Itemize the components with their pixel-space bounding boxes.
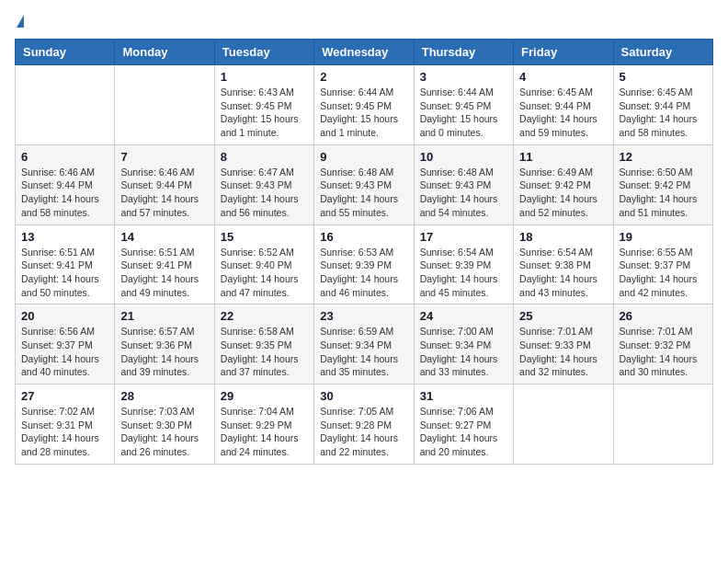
day-info: Sunrise: 6:51 AMSunset: 9:41 PMDaylight:…	[120, 246, 208, 300]
calendar-table: SundayMondayTuesdayWednesdayThursdayFrid…	[15, 39, 713, 465]
day-info: Sunrise: 7:02 AMSunset: 9:31 PMDaylight:…	[21, 405, 108, 459]
column-header-wednesday: Wednesday	[314, 40, 414, 65]
day-info: Sunrise: 6:51 AMSunset: 9:41 PMDaylight:…	[21, 246, 108, 300]
day-number: 4	[519, 70, 607, 84]
day-number: 22	[221, 309, 308, 323]
day-info: Sunrise: 7:06 AMSunset: 9:27 PMDaylight:…	[420, 405, 507, 459]
day-info: Sunrise: 7:00 AMSunset: 9:34 PMDaylight:…	[420, 325, 507, 379]
calendar-cell: 5Sunrise: 6:45 AMSunset: 9:44 PMDaylight…	[613, 65, 712, 145]
day-info: Sunrise: 7:03 AMSunset: 9:30 PMDaylight:…	[120, 405, 208, 459]
day-number: 2	[320, 70, 407, 84]
day-number: 16	[320, 230, 407, 244]
calendar-cell	[16, 65, 115, 145]
day-info: Sunrise: 7:01 AMSunset: 9:33 PMDaylight:…	[519, 325, 607, 379]
day-info: Sunrise: 7:01 AMSunset: 9:32 PMDaylight:…	[620, 325, 707, 379]
calendar-cell: 11Sunrise: 6:49 AMSunset: 9:42 PMDayligh…	[514, 144, 613, 224]
calendar-cell: 16Sunrise: 6:53 AMSunset: 9:39 PMDayligh…	[314, 224, 414, 304]
day-number: 14	[120, 230, 208, 244]
day-info: Sunrise: 6:48 AMSunset: 9:43 PMDaylight:…	[420, 166, 507, 220]
day-number: 26	[620, 309, 707, 323]
calendar-cell: 3Sunrise: 6:44 AMSunset: 9:45 PMDaylight…	[414, 65, 513, 145]
day-number: 13	[21, 230, 108, 244]
day-info: Sunrise: 6:54 AMSunset: 9:39 PMDaylight:…	[420, 246, 507, 300]
day-number: 7	[120, 150, 208, 164]
day-info: Sunrise: 6:44 AMSunset: 9:45 PMDaylight:…	[320, 86, 407, 140]
day-info: Sunrise: 6:48 AMSunset: 9:43 PMDaylight:…	[320, 166, 407, 220]
day-info: Sunrise: 6:46 AMSunset: 9:44 PMDaylight:…	[120, 166, 208, 220]
calendar-cell: 19Sunrise: 6:55 AMSunset: 9:37 PMDayligh…	[613, 224, 712, 304]
day-info: Sunrise: 6:47 AMSunset: 9:43 PMDaylight:…	[221, 166, 308, 220]
calendar-cell: 26Sunrise: 7:01 AMSunset: 9:32 PMDayligh…	[613, 304, 712, 385]
logo-triangle-icon	[17, 15, 24, 28]
day-info: Sunrise: 6:46 AMSunset: 9:44 PMDaylight:…	[21, 166, 108, 220]
day-number: 19	[620, 230, 707, 244]
column-header-tuesday: Tuesday	[214, 40, 313, 65]
calendar-cell: 24Sunrise: 7:00 AMSunset: 9:34 PMDayligh…	[414, 304, 513, 385]
calendar-cell: 15Sunrise: 6:52 AMSunset: 9:40 PMDayligh…	[214, 224, 313, 304]
calendar-cell	[514, 385, 613, 465]
day-number: 20	[21, 309, 108, 323]
calendar-cell: 8Sunrise: 6:47 AMSunset: 9:43 PMDaylight…	[214, 144, 313, 224]
calendar-cell: 23Sunrise: 6:59 AMSunset: 9:34 PMDayligh…	[314, 304, 414, 385]
calendar-cell: 14Sunrise: 6:51 AMSunset: 9:41 PMDayligh…	[115, 224, 214, 304]
day-number: 21	[120, 309, 208, 323]
calendar-cell: 9Sunrise: 6:48 AMSunset: 9:43 PMDaylight…	[314, 144, 414, 224]
calendar-cell: 27Sunrise: 7:02 AMSunset: 9:31 PMDayligh…	[16, 385, 115, 465]
day-number: 27	[21, 389, 108, 403]
day-info: Sunrise: 6:57 AMSunset: 9:36 PMDaylight:…	[120, 325, 208, 379]
day-number: 9	[320, 150, 407, 164]
page-header	[15, 15, 713, 28]
day-number: 23	[320, 309, 407, 323]
calendar-cell: 30Sunrise: 7:05 AMSunset: 9:28 PMDayligh…	[314, 385, 414, 465]
day-info: Sunrise: 6:49 AMSunset: 9:42 PMDaylight:…	[519, 166, 607, 220]
day-info: Sunrise: 6:43 AMSunset: 9:45 PMDaylight:…	[221, 86, 308, 140]
day-info: Sunrise: 6:45 AMSunset: 9:44 PMDaylight:…	[519, 86, 607, 140]
day-number: 10	[420, 150, 507, 164]
day-info: Sunrise: 6:50 AMSunset: 9:42 PMDaylight:…	[620, 166, 707, 220]
column-header-saturday: Saturday	[613, 40, 712, 65]
calendar-week-row: 20Sunrise: 6:56 AMSunset: 9:37 PMDayligh…	[16, 304, 713, 385]
calendar-cell	[613, 385, 712, 465]
day-number: 15	[221, 230, 308, 244]
calendar-cell	[115, 65, 214, 145]
day-number: 30	[320, 389, 407, 403]
day-number: 29	[221, 389, 308, 403]
day-number: 12	[620, 150, 707, 164]
calendar-cell: 6Sunrise: 6:46 AMSunset: 9:44 PMDaylight…	[16, 144, 115, 224]
calendar-cell: 22Sunrise: 6:58 AMSunset: 9:35 PMDayligh…	[214, 304, 313, 385]
day-info: Sunrise: 6:56 AMSunset: 9:37 PMDaylight:…	[21, 325, 108, 379]
day-number: 17	[420, 230, 507, 244]
day-info: Sunrise: 6:55 AMSunset: 9:37 PMDaylight:…	[620, 246, 707, 300]
calendar-week-row: 13Sunrise: 6:51 AMSunset: 9:41 PMDayligh…	[16, 224, 713, 304]
day-number: 1	[221, 70, 308, 84]
day-info: Sunrise: 6:52 AMSunset: 9:40 PMDaylight:…	[221, 246, 308, 300]
day-info: Sunrise: 6:53 AMSunset: 9:39 PMDaylight:…	[320, 246, 407, 300]
day-info: Sunrise: 7:05 AMSunset: 9:28 PMDaylight:…	[320, 405, 407, 459]
day-info: Sunrise: 6:54 AMSunset: 9:38 PMDaylight:…	[519, 246, 607, 300]
column-header-friday: Friday	[514, 40, 613, 65]
day-number: 5	[620, 70, 707, 84]
day-info: Sunrise: 6:44 AMSunset: 9:45 PMDaylight:…	[420, 86, 507, 140]
calendar-cell: 1Sunrise: 6:43 AMSunset: 9:45 PMDaylight…	[214, 65, 313, 145]
calendar-week-row: 27Sunrise: 7:02 AMSunset: 9:31 PMDayligh…	[16, 385, 713, 465]
day-number: 8	[221, 150, 308, 164]
day-number: 18	[519, 230, 607, 244]
day-info: Sunrise: 7:04 AMSunset: 9:29 PMDaylight:…	[221, 405, 308, 459]
logo	[15, 15, 24, 28]
calendar-week-row: 6Sunrise: 6:46 AMSunset: 9:44 PMDaylight…	[16, 144, 713, 224]
calendar-cell: 4Sunrise: 6:45 AMSunset: 9:44 PMDaylight…	[514, 65, 613, 145]
day-number: 3	[420, 70, 507, 84]
calendar-cell: 21Sunrise: 6:57 AMSunset: 9:36 PMDayligh…	[115, 304, 214, 385]
day-info: Sunrise: 6:59 AMSunset: 9:34 PMDaylight:…	[320, 325, 407, 379]
column-header-thursday: Thursday	[414, 40, 513, 65]
calendar-cell: 20Sunrise: 6:56 AMSunset: 9:37 PMDayligh…	[16, 304, 115, 385]
day-info: Sunrise: 6:45 AMSunset: 9:44 PMDaylight:…	[620, 86, 707, 140]
day-number: 28	[120, 389, 208, 403]
day-number: 31	[420, 389, 507, 403]
day-number: 6	[21, 150, 108, 164]
calendar-cell: 13Sunrise: 6:51 AMSunset: 9:41 PMDayligh…	[16, 224, 115, 304]
day-info: Sunrise: 6:58 AMSunset: 9:35 PMDaylight:…	[221, 325, 308, 379]
column-header-monday: Monday	[115, 40, 214, 65]
calendar-cell: 17Sunrise: 6:54 AMSunset: 9:39 PMDayligh…	[414, 224, 513, 304]
column-header-sunday: Sunday	[16, 40, 115, 65]
